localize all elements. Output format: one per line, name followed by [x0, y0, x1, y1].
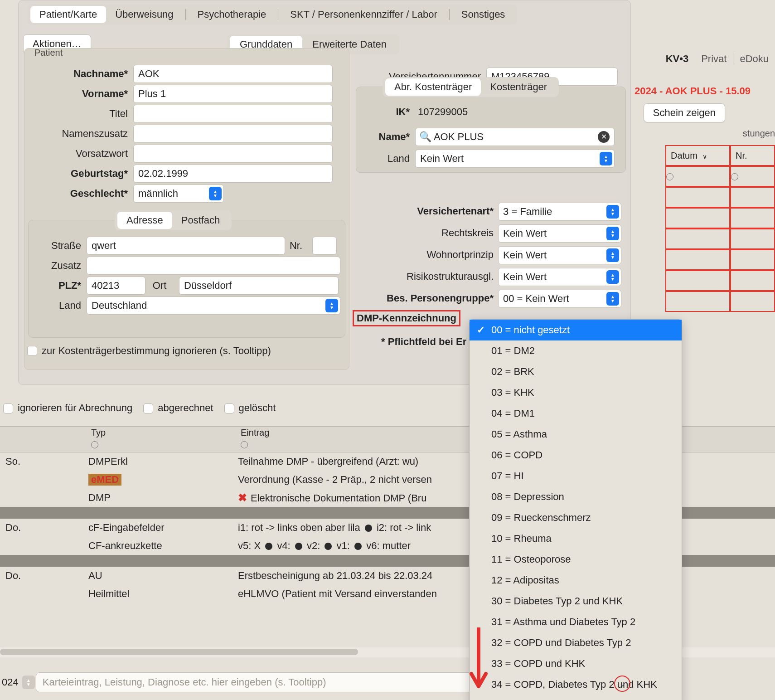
tab-adresse[interactable]: Adresse [117, 212, 172, 229]
tab-privat[interactable]: Privat [695, 53, 733, 65]
ignore-checkbox[interactable] [27, 346, 37, 356]
label-strasse: Straße [29, 240, 87, 252]
label-dmp-highlighted: DMP-Kennzeichnung [353, 310, 460, 326]
kland-select[interactable]: Kein Wert [415, 150, 615, 168]
chevron-updown-icon [600, 152, 612, 165]
label-versart: Versichertenart* [356, 205, 494, 217]
versart-select[interactable]: 3 = Familie [498, 203, 621, 221]
nachname-field[interactable] [133, 65, 333, 83]
label-ik: IK* [356, 106, 415, 118]
label-geburtstag: Geburtstag* [24, 168, 133, 180]
chevron-updown-icon [606, 227, 619, 240]
label-vorname: Vorname* [24, 88, 133, 100]
ik-value: 107299005 [415, 106, 468, 118]
tab-postfach[interactable]: Postfach [172, 212, 229, 229]
col-typ-header[interactable]: Typ [91, 428, 235, 438]
tab-psychotherapie[interactable]: Psychotherapie [189, 6, 276, 23]
label-zusatz: Zusatz [29, 260, 87, 272]
tab-abr-kostentraeger[interactable]: Abr. Kostenträger [385, 78, 481, 96]
dmp-option[interactable]: 30 = Diabetes Typ 2 und KHK [470, 591, 682, 612]
tab-ueberweisung[interactable]: Überweisung [106, 6, 182, 23]
strasse-field[interactable] [87, 237, 285, 255]
dmp-dropdown-popup: 00 = nicht gesetzt01 = DM202 = BRK03 = K… [469, 319, 682, 700]
dmp-option[interactable]: 08 = Depression [470, 486, 682, 507]
ignore-label: zur Kostenträgerbestimmung ignorieren (s… [42, 345, 271, 357]
kname-search[interactable]: 🔍 AOK PLUS ✕ [415, 128, 615, 146]
label-bes: Bes. Personengruppe* [345, 292, 494, 304]
tab-edoku[interactable]: eDoku [733, 53, 775, 65]
insurance-line: 2024 - AOK PLUS - 15.09 [635, 85, 775, 97]
ignorieren-label: ignorieren für Abrechnung [18, 402, 132, 413]
dmp-option[interactable]: 07 = HI [470, 466, 682, 486]
chevron-updown-icon [325, 299, 338, 312]
entry-search-input[interactable]: Karteieintrag, Leistung, Diagnose etc. h… [36, 672, 476, 692]
search-icon: 🔍 [419, 131, 434, 142]
tab-patient-karte[interactable]: Patient/Karte [30, 6, 106, 23]
dmp-option[interactable]: 00 = nicht gesetzt [470, 320, 682, 340]
label-risiko: Risikostrukturausgl. [356, 271, 494, 282]
wohnort-select[interactable]: Kein Wert [498, 246, 621, 264]
geschlecht-select[interactable]: männlich [133, 185, 224, 203]
dmp-option[interactable]: 05 = Asthma [470, 424, 682, 445]
bes-select[interactable]: 00 = Kein Wert [498, 290, 621, 308]
chevron-updown-icon [606, 270, 619, 284]
dmp-option[interactable]: 12 = Adipositas [470, 570, 682, 591]
dmp-option[interactable]: 31 = Asthma und Diabetes Typ 2 [470, 612, 682, 632]
label-vorsatzwort: Vorsatzwort [24, 148, 133, 160]
error-icon: ✖ [238, 491, 247, 504]
kostentraeger-tabs: Abr. Kostenträger Kostenträger [383, 77, 559, 97]
dmp-option[interactable]: 01 = DM2 [470, 340, 682, 361]
dmp-option[interactable]: 06 = COPD [470, 445, 682, 466]
year-stepper-value: 024 [0, 676, 19, 688]
dmp-option[interactable]: 10 = Rheuma [470, 528, 682, 549]
tab-sonstiges[interactable]: Sonstiges [452, 6, 514, 23]
dmp-option[interactable]: 33 = COPD und KHK [470, 653, 682, 674]
dmp-option[interactable]: 32 = COPD und Diabetes Typ 2 [470, 632, 682, 653]
dmp-option[interactable]: 34 = COPD, Diabetes Typ 2 und KHK [470, 674, 682, 695]
geburtstag-field[interactable] [133, 165, 333, 183]
pflichtfeld-note: * Pflichtfeld bei Er [381, 336, 466, 348]
label-plz: PLZ* [29, 280, 87, 292]
vorname-field[interactable] [133, 85, 333, 103]
plz-field[interactable] [87, 277, 145, 295]
schein-zeigen-button[interactable]: Schein zeigen [644, 103, 725, 122]
dmp-option[interactable]: 02 = BRK [470, 361, 682, 382]
main-tab-strip: Patient/Karte Überweisung Psychotherapie… [28, 4, 517, 25]
label-nachname: Nachname* [24, 68, 133, 80]
label-rechtskreis: Rechtskreis [356, 227, 494, 239]
nr-field[interactable] [312, 237, 337, 255]
right-tab-strip: KV•3 Privat eDoku [659, 49, 775, 69]
vorsatzwort-field[interactable] [133, 145, 333, 163]
dmp-option[interactable]: 09 = Rueckenschmerz [470, 507, 682, 528]
risiko-select[interactable]: Kein Wert [498, 268, 621, 286]
geloescht-checkbox[interactable] [224, 403, 234, 413]
tab-kv3[interactable]: KV•3 [659, 53, 695, 65]
clear-icon[interactable]: ✕ [598, 131, 610, 143]
bottom-entry-bar: 024 Karteieintrag, Leistung, Diagnose et… [0, 671, 476, 694]
rechtskreis-select[interactable]: Kein Wert [498, 224, 621, 243]
label-kland: Land [356, 153, 415, 165]
tab-skt[interactable]: SKT / Personenkennziffer / Labor [281, 6, 446, 23]
label-wohnort: Wohnortprinzip [356, 249, 494, 261]
dmp-option[interactable]: 03 = KHK [470, 382, 682, 403]
year-stepper[interactable] [22, 676, 35, 689]
abgerechnet-label: abgerechnet [158, 402, 213, 413]
dmp-option[interactable]: 04 = DM1 [470, 403, 682, 424]
ort-field[interactable] [179, 277, 339, 295]
ignorieren-checkbox[interactable] [3, 403, 13, 413]
label-titel: Titel [24, 108, 133, 120]
tab-kostentraeger[interactable]: Kostenträger [481, 78, 556, 96]
namenszusatz-field[interactable] [133, 125, 333, 143]
patient-legend: Patient [34, 48, 63, 58]
abgerechnet-checkbox[interactable] [143, 403, 153, 413]
chevron-updown-icon [606, 205, 619, 219]
address-fieldset: Adresse Postfach Straße Nr. Zusatz PLZ* … [28, 220, 345, 338]
label-geschlecht: Geschlecht* [24, 188, 133, 199]
annotation-arrow [470, 627, 488, 695]
scroll-down-icon[interactable]: ⌄ [614, 676, 630, 692]
titel-field[interactable] [133, 105, 333, 123]
zusatz-field[interactable] [87, 257, 340, 275]
geloescht-label: gelöscht [239, 402, 276, 413]
land-select[interactable]: Deutschland [87, 297, 340, 315]
dmp-option[interactable]: 11 = Osteoporose [470, 549, 682, 570]
